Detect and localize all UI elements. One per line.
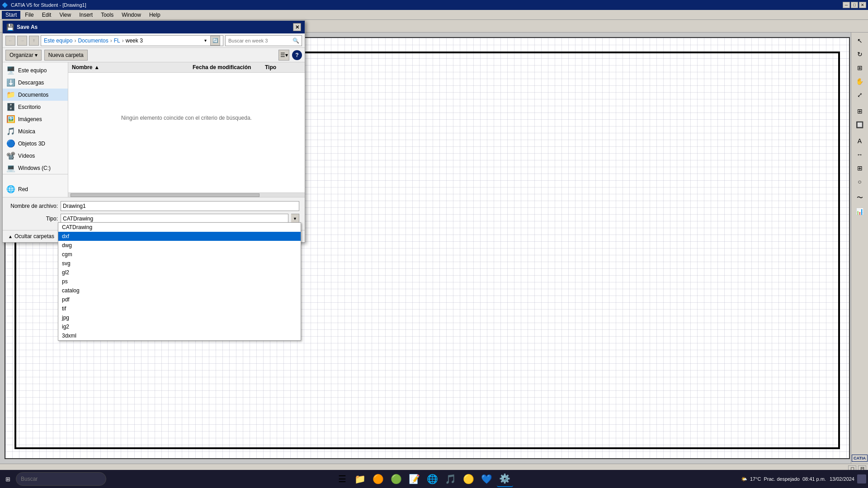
breadcrumb-este-equipo[interactable]: Este equipo [44, 38, 72, 44]
organize-button[interactable]: Organizar ▾ [5, 50, 42, 61]
dialog-sidebar: 🖥️ Este equipo ⬇️ Descargas 📁 Documentos… [3, 62, 68, 197]
sidebar-item-este-equipo[interactable]: 🖥️ Este equipo [3, 64, 68, 76]
new-folder-button[interactable]: Nueva carpeta [44, 50, 88, 61]
dialog-title-bar: 💾 Save As ✕ [3, 21, 305, 33]
drive-icon: 💻 [6, 164, 15, 172]
dropdown-item-jpg[interactable]: jpg [58, 313, 301, 322]
documents-icon: 📁 [6, 90, 15, 99]
dialog-fields: Nombre de archivo: Tipo: ▼ CATDrawing dx… [3, 197, 305, 230]
filename-input[interactable] [61, 201, 299, 211]
toggle-label: Ocultar carpetas [14, 233, 54, 239]
dropdown-item-dxf[interactable]: dxf [58, 232, 301, 241]
dropdown-item-ps[interactable]: ps [58, 277, 301, 286]
col-modified-label: Fecha de modificación [193, 64, 251, 70]
sidebar-descargas-label: Descargas [18, 80, 44, 86]
music-icon: 🎵 [6, 127, 15, 136]
hide-folders-toggle[interactable]: ▲ Ocultar carpetas [8, 233, 54, 239]
toggle-icon: ▲ [8, 234, 13, 239]
nav-back-button[interactable]: ← [5, 36, 15, 46]
filetype-dropdown-list[interactable]: CATDrawing dxf dwg cgm svg gl2 ps catalo… [58, 222, 301, 341]
sidebar-item-red[interactable]: 🌐 Red [3, 183, 68, 195]
sidebar-item-descargas[interactable]: ⬇️ Descargas [3, 76, 68, 89]
sidebar-documentos-label: Documentos [18, 92, 48, 98]
images-icon: 🖼️ [6, 115, 15, 123]
organize-label: Organizar [9, 52, 33, 58]
downloads-icon: ⬇️ [6, 78, 15, 87]
dropdown-item-pdf[interactable]: pdf [58, 295, 301, 304]
sidebar-item-objetos3d[interactable]: 🔵 Objetos 3D [3, 137, 68, 150]
sidebar-item-musica[interactable]: 🎵 Música [3, 125, 68, 137]
file-column-headers: Nombre ▲ Fecha de modificación Tipo [68, 62, 305, 73]
dialog-title: Save As [17, 24, 38, 30]
sidebar-objetos3d-label: Objetos 3D [18, 141, 45, 147]
breadcrumb-fl[interactable]: FL [114, 38, 120, 44]
desktop-icon: 🗄️ [6, 103, 15, 111]
nav-forward-button[interactable]: → [17, 36, 27, 46]
col-nombre: Nombre ▲ [72, 64, 193, 70]
sidebar-item-documentos[interactable]: 📁 Documentos [3, 89, 68, 101]
sidebar-escritorio-label: Escritorio [18, 104, 41, 110]
new-folder-label: Nueva carpeta [48, 52, 84, 58]
dropdown-item-catalog[interactable]: catalog [58, 286, 301, 295]
videos-icon: 📽️ [6, 151, 15, 160]
h-scrollbar[interactable] [68, 192, 305, 197]
col-modified: Fecha de modificación [193, 64, 265, 70]
search-bar: 🔍 [225, 35, 302, 46]
breadcrumb-sep-2: › [110, 38, 112, 44]
col-type: Tipo [265, 64, 301, 70]
col-nombre-label: Nombre [72, 64, 92, 70]
objects3d-icon: 🔵 [6, 139, 15, 148]
dropdown-item-ig2[interactable]: ig2 [58, 322, 301, 331]
dropdown-item-cgm[interactable]: cgm [58, 250, 301, 259]
sidebar-item-videos[interactable]: 📽️ Vídeos [3, 150, 68, 162]
dialog-icon: 💾 [6, 23, 14, 31]
breadcrumb-sep-1: › [74, 38, 76, 44]
sidebar-videos-label: Vídeos [18, 153, 35, 159]
refresh-button[interactable]: 🔄 [210, 36, 220, 46]
col-type-label: Tipo [265, 64, 276, 70]
col-nombre-sort: ▲ [94, 64, 99, 70]
pc-icon: 🖥️ [6, 66, 15, 75]
dropdown-item-dwg[interactable]: dwg [58, 241, 301, 250]
save-as-dialog: 💾 Save As ✕ ← → ↑ Este equipo › Document… [2, 20, 305, 243]
dialog-nav-bar: ← → ↑ Este equipo › Documentos › FL › we… [3, 33, 305, 48]
dropdown-item-catdrawing[interactable]: CATDrawing [58, 223, 301, 232]
dialog-toolbar: Organizar ▾ Nueva carpeta ☰▾ ? [3, 48, 305, 62]
dropdown-item-gl2[interactable]: gl2 [58, 268, 301, 277]
dialog-title-left: 💾 Save As [6, 23, 38, 31]
breadcrumb-bar: Este equipo › Documentos › FL › week 3 ▾… [41, 35, 223, 46]
search-icon: 🔍 [292, 38, 299, 44]
sidebar-red-label: Red [18, 186, 28, 192]
organize-dropdown-icon: ▾ [35, 52, 38, 58]
sidebar-windows-label: Windows (C:) [18, 165, 51, 171]
dialog-body: 🖥️ Este equipo ⬇️ Descargas 📁 Documentos… [3, 62, 305, 197]
breadcrumb-week3: week 3 [126, 38, 143, 44]
sidebar-imagenes-label: Imágenes [18, 116, 42, 122]
sidebar-separator [3, 174, 68, 183]
dialog-close-button[interactable]: ✕ [293, 23, 301, 31]
dialog-main-area: Nombre ▲ Fecha de modificación Tipo Ning… [68, 62, 305, 197]
sidebar-item-windows-c[interactable]: 💻 Windows (C:) [3, 162, 68, 174]
dropdown-item-tif[interactable]: tif [58, 304, 301, 313]
search-input[interactable] [228, 38, 291, 43]
sidebar-este-equipo-label: Este equipo [18, 67, 47, 74]
filename-row: Nombre de archivo: [8, 201, 299, 211]
dropdown-item-3dxml[interactable]: 3dxml [58, 331, 301, 340]
view-options-button[interactable]: ☰▾ [278, 50, 289, 61]
dialog-overlay: 💾 Save As ✕ ← → ↑ Este equipo › Document… [0, 0, 868, 488]
filename-label: Nombre de archivo: [8, 203, 58, 209]
sidebar-musica-label: Música [18, 128, 35, 135]
help-button[interactable]: ? [292, 50, 302, 60]
sidebar-item-imagenes[interactable]: 🖼️ Imágenes [3, 113, 68, 125]
dropdown-item-svg[interactable]: svg [58, 259, 301, 268]
breadcrumb-documentos[interactable]: Documentos [78, 38, 108, 44]
breadcrumb-dropdown[interactable]: ▾ [204, 38, 207, 43]
nav-up-button[interactable]: ↑ [29, 36, 39, 46]
h-scrollbar-thumb[interactable] [71, 193, 259, 197]
sidebar-item-escritorio[interactable]: 🗄️ Escritorio [3, 101, 68, 113]
empty-message: Ningún elemento coincide con el criterio… [121, 115, 252, 121]
filetype-label: Tipo: [8, 216, 58, 222]
network-icon: 🌐 [6, 185, 15, 193]
breadcrumb-sep-3: › [122, 38, 124, 44]
file-list-area: Ningún elemento coincide con el criterio… [68, 73, 305, 163]
